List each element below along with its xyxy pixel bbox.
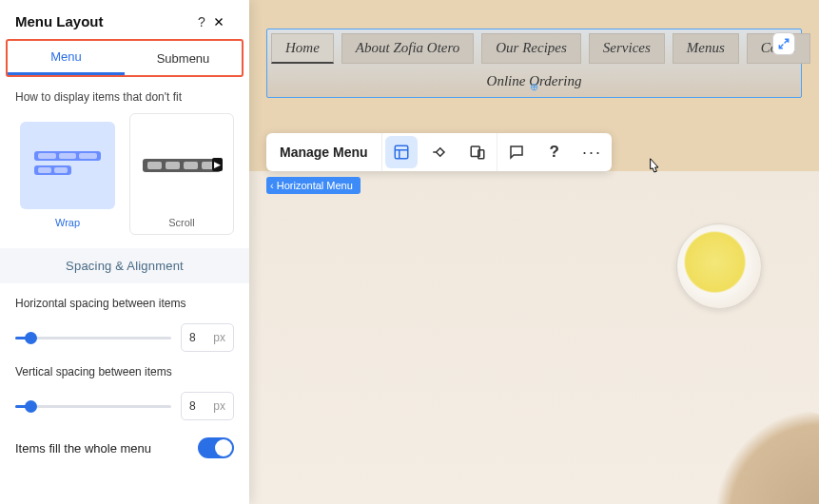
vspacing-label: Vertical spacing between items: [15, 365, 234, 378]
fill-menu-label: Items fill the whole menu: [15, 441, 151, 456]
site-menu-component[interactable]: Home About Zofia Otero Our Recipes Servi…: [266, 29, 802, 98]
element-toolbar: Manage Menu ? ···: [266, 133, 612, 171]
layout-icon[interactable]: [385, 136, 418, 168]
add-row-indicator-icon: ⊕: [530, 81, 538, 93]
hspacing-label: Horizontal spacing between items: [15, 297, 234, 310]
nav-item-about[interactable]: About Zofia Otero: [341, 33, 474, 64]
more-icon[interactable]: ···: [574, 133, 612, 171]
cursor-pointer-icon: [644, 156, 663, 179]
overflow-option-scroll[interactable]: Scroll: [129, 113, 234, 235]
background-photo-glass: [676, 223, 762, 309]
nav-item-menus[interactable]: Menus: [673, 33, 739, 64]
close-icon[interactable]: [213, 16, 236, 28]
editor-canvas: Home About Zofia Otero Our Recipes Servi…: [249, 0, 819, 504]
fill-menu-toggle[interactable]: [198, 437, 234, 458]
spacing-alignment-heading: Spacing & Alignment: [0, 248, 249, 283]
breadcrumb-horizontal-menu[interactable]: Horizontal Menu: [266, 177, 361, 194]
menu-layout-panel: Menu Layout ? Menu Submenu How to displa…: [0, 0, 249, 504]
tab-menu[interactable]: Menu: [8, 41, 125, 75]
help-icon[interactable]: ?: [536, 133, 574, 171]
nav-item-services[interactable]: Services: [589, 33, 665, 64]
hspacing-input[interactable]: 8px: [181, 323, 234, 352]
panel-help-icon[interactable]: ?: [190, 14, 213, 29]
scroll-glyph-icon: [143, 159, 221, 172]
svg-rect-0: [395, 145, 408, 159]
panel-title: Menu Layout: [15, 13, 190, 29]
overflow-label: How to display items that don't fit: [0, 77, 249, 113]
responsive-icon[interactable]: [458, 133, 497, 171]
nav-item-recipes[interactable]: Our Recipes: [481, 33, 581, 64]
overflow-option-wrap[interactable]: Wrap: [15, 113, 120, 235]
vspacing-input[interactable]: 8px: [181, 392, 234, 420]
tab-submenu[interactable]: Submenu: [125, 41, 242, 75]
nav-item-home[interactable]: Home: [271, 33, 334, 64]
overflow-option-scroll-label: Scroll: [168, 217, 195, 228]
panel-tabs: Menu Submenu: [6, 39, 244, 77]
overflow-option-wrap-label: Wrap: [55, 217, 80, 228]
expand-icon[interactable]: [772, 32, 795, 55]
hspacing-slider[interactable]: [15, 330, 171, 345]
svg-rect-1: [436, 148, 443, 156]
wrap-glyph-icon: [34, 151, 101, 180]
design-icon[interactable]: [420, 133, 458, 171]
manage-menu-button[interactable]: Manage Menu: [266, 145, 381, 160]
comment-icon[interactable]: [497, 133, 536, 171]
vspacing-slider[interactable]: [15, 398, 171, 414]
